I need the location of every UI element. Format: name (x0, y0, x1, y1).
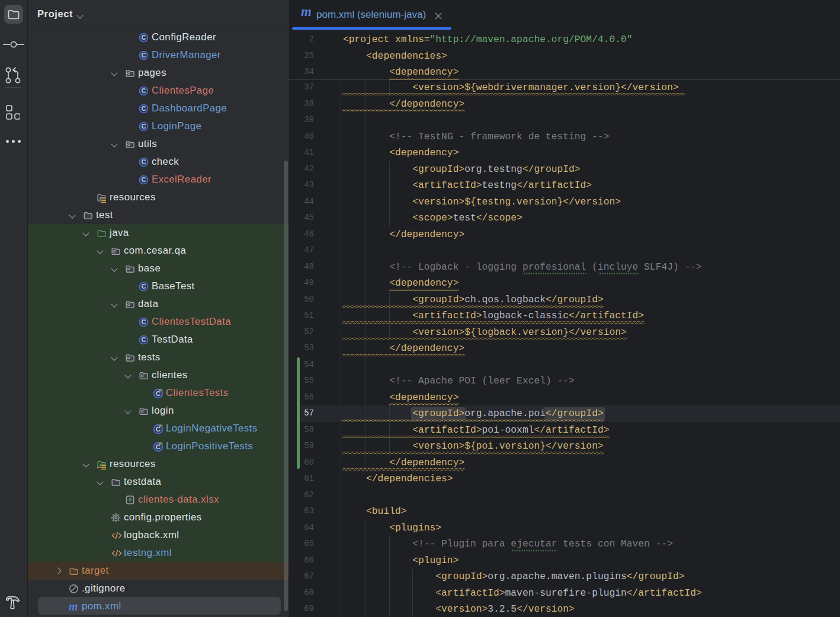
svg-text:C: C (142, 123, 146, 130)
svg-text:C: C (142, 176, 146, 183)
svg-text:C: C (142, 52, 146, 59)
svg-text:C: C (142, 105, 146, 112)
svg-text:C: C (142, 34, 146, 41)
svg-text:C: C (142, 158, 146, 165)
svg-text:C: C (142, 283, 146, 290)
svg-text:?: ? (129, 497, 132, 503)
svg-text:C: C (142, 336, 146, 343)
svg-text:C: C (142, 87, 146, 94)
svg-text:C: C (142, 318, 146, 325)
